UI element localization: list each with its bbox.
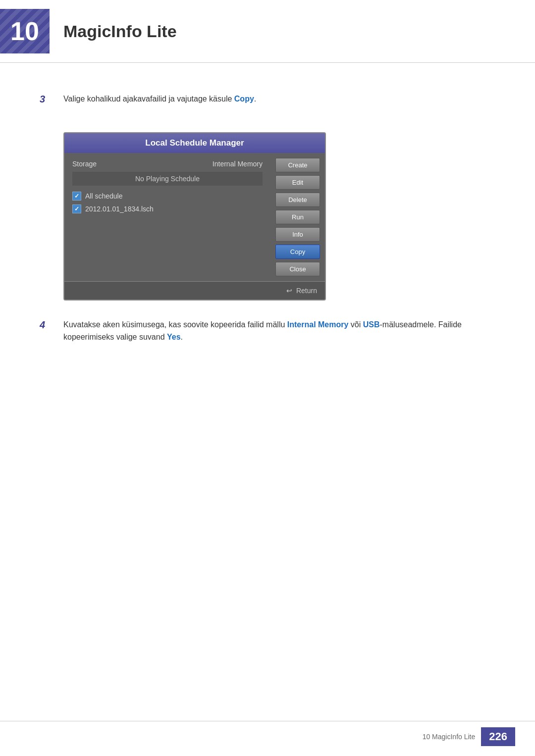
step-3-highlight: Copy <box>234 95 254 103</box>
step-3-text-before: Valige kohalikud ajakavafailid ja vajuta… <box>63 95 234 103</box>
page-footer: 10 MagicInfo Lite 226 <box>0 721 535 746</box>
file-schedule-label: 2012.01.01_1834.lsch <box>85 205 154 213</box>
create-button[interactable]: Create <box>275 158 320 172</box>
dialog-footer: ↩ Return <box>64 281 325 300</box>
no-playing-schedule: No Playing Schedule <box>72 172 263 186</box>
checkbox-all-schedule[interactable] <box>72 192 81 201</box>
info-button[interactable]: Info <box>275 227 320 242</box>
dialog-titlebar: Local Schedule Manager <box>64 133 325 153</box>
step-4-highlight2: USB <box>363 320 380 329</box>
main-content: 3 Valige kohalikud ajakavafailid ja vaju… <box>0 63 535 391</box>
footer-page-number: 226 <box>481 727 515 746</box>
return-label: Return <box>296 287 317 295</box>
step-4-text-middle: või <box>348 320 363 329</box>
dialog-left-panel: Storage Internal Memory No Playing Sched… <box>64 153 270 281</box>
close-button[interactable]: Close <box>275 262 320 276</box>
page-header: 10 MagicInfo Lite <box>0 0 535 63</box>
dialog-body: Storage Internal Memory No Playing Sched… <box>64 153 325 281</box>
schedule-item-all: All schedule <box>72 192 263 201</box>
step-4-text-before: Kuvatakse aken küsimusega, kas soovite k… <box>63 320 287 329</box>
step-4: 4 Kuvatakse aken küsimusega, kas soovite… <box>40 318 495 344</box>
step-4-highlight3: Yes <box>167 333 181 341</box>
all-schedule-label: All schedule <box>85 192 123 200</box>
step-3-text-after: . <box>254 95 256 103</box>
step-3: 3 Valige kohalikud ajakavafailid ja vaju… <box>40 93 495 105</box>
step-4-text: Kuvatakse aken küsimusega, kas soovite k… <box>63 318 495 344</box>
storage-row: Storage Internal Memory <box>72 160 263 168</box>
dialog-container: Local Schedule Manager Storage Internal … <box>63 132 326 301</box>
copy-button[interactable]: Copy <box>275 245 320 259</box>
step-4-text-end: . <box>181 333 183 341</box>
dialog-right-panel: Create Edit Delete Run Info Copy Close <box>270 153 325 281</box>
delete-button[interactable]: Delete <box>275 193 320 207</box>
schedule-item-file: 2012.01.01_1834.lsch <box>72 204 263 213</box>
chapter-block: 10 <box>0 9 50 53</box>
storage-label: Storage <box>72 160 97 168</box>
step-3-number: 3 <box>40 94 59 105</box>
local-schedule-manager-dialog: Local Schedule Manager Storage Internal … <box>63 132 326 301</box>
step-4-number: 4 <box>40 319 59 331</box>
return-icon: ↩ <box>286 287 292 295</box>
chapter-title: MagicInfo Lite <box>63 22 177 41</box>
chapter-number: 10 <box>10 16 39 46</box>
step-4-highlight1: Internal Memory <box>287 320 349 329</box>
edit-button[interactable]: Edit <box>275 175 320 190</box>
footer-chapter-text: 10 MagicInfo Lite <box>423 733 476 741</box>
storage-value: Internal Memory <box>213 160 263 168</box>
step-3-text: Valige kohalikud ajakavafailid ja vajuta… <box>63 93 256 105</box>
checkbox-file-schedule[interactable] <box>72 204 81 213</box>
run-button[interactable]: Run <box>275 210 320 224</box>
